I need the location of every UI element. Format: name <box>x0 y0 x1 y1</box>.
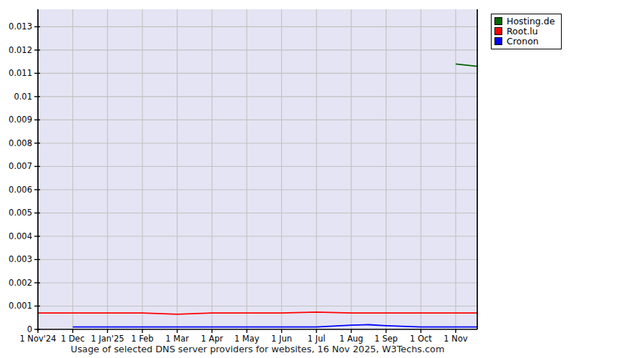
legend-label: Root.lu <box>507 26 538 36</box>
y-tick-label: 0.013 <box>9 21 32 32</box>
legend-box: Hosting.de Root.lu Cronon <box>491 14 562 49</box>
x-tick-label: 1 Jan'25 <box>91 334 125 344</box>
plot-area <box>38 9 477 329</box>
x-tick-label: 1 Dec <box>61 334 84 344</box>
x-tick-label: 1 Jul <box>308 334 326 344</box>
y-tick-label: 0.007 <box>9 161 32 171</box>
y-tick-label: 0.005 <box>9 208 32 218</box>
y-tick-label: 0.008 <box>9 138 32 148</box>
x-tick-label: 1 Sep <box>374 334 398 344</box>
legend-item-rootlu: Root.lu <box>494 26 555 36</box>
x-tick-label: 1 Oct <box>410 334 432 344</box>
chart-canvas: 00.0010.0020.0030.0040.0050.0060.0070.00… <box>0 0 644 358</box>
legend-item-hostingde: Hosting.de <box>494 16 555 26</box>
x-tick-label: 1 Nov'24 <box>19 334 56 344</box>
x-tick-label: 1 Apr <box>201 334 223 344</box>
cronon-color-swatch <box>494 37 502 45</box>
x-tick-label: 1 Nov <box>444 334 468 344</box>
y-tick-label: 0.004 <box>9 231 32 241</box>
legend-label: Hosting.de <box>507 16 555 26</box>
y-tick-label: 0.009 <box>9 115 32 125</box>
hostingde-color-swatch <box>494 17 502 25</box>
dns-usage-line-chart: 00.0010.0020.0030.0040.0050.0060.0070.00… <box>0 0 644 358</box>
x-tick-label: 1 Jun <box>271 334 292 344</box>
y-tick-label: 0.003 <box>9 254 32 264</box>
legend-item-cronon: Cronon <box>494 37 555 46</box>
y-tick-label: 0.012 <box>9 45 32 55</box>
y-tick-label: 0.01 <box>14 92 32 102</box>
x-tick-label: 1 Aug <box>339 334 363 344</box>
x-tick-label: 1 May <box>235 334 260 344</box>
rootlu-color-swatch <box>494 27 502 35</box>
chart-title: Usage of selected DNS server providers f… <box>38 344 477 354</box>
y-tick-label: 0 <box>27 324 32 334</box>
y-tick-label: 0.011 <box>9 68 32 78</box>
y-tick-label: 0.002 <box>9 278 32 288</box>
x-tick-label: 1 Mar <box>165 334 189 344</box>
y-tick-label: 0.006 <box>9 185 32 195</box>
x-tick-label: 1 Feb <box>131 334 153 344</box>
legend-label: Cronon <box>507 37 539 46</box>
y-tick-label: 0.001 <box>9 301 32 311</box>
